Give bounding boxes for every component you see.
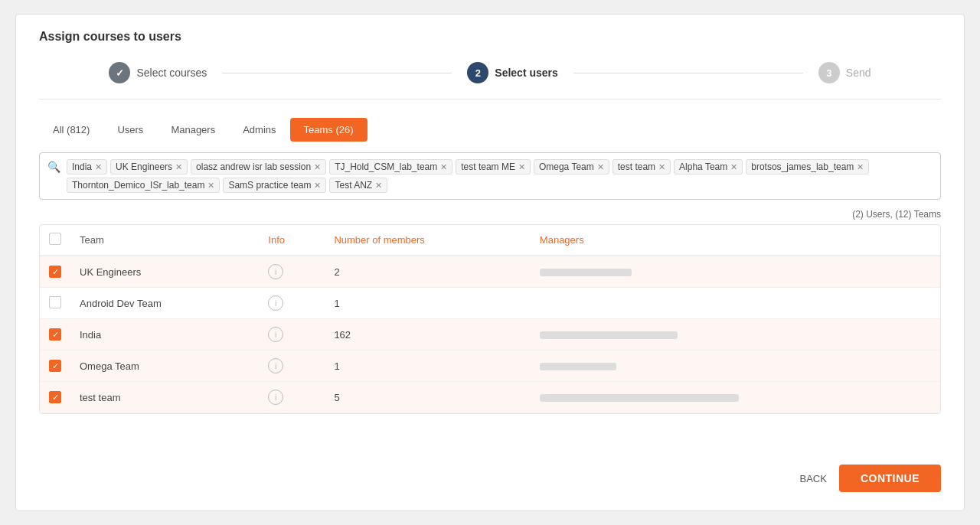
page-title: Assign courses to users xyxy=(39,30,941,44)
header-members: Number of members xyxy=(325,225,530,256)
back-button[interactable]: BACK xyxy=(799,473,826,484)
info-android-dev: i xyxy=(259,288,325,319)
team-name-android-dev: Android Dev Team xyxy=(70,288,259,319)
tab-admins[interactable]: Admins xyxy=(229,118,289,142)
table-row: UK Engineers i 2 xyxy=(40,256,940,288)
table-header-row: Team Info Number of members Managers xyxy=(40,225,940,256)
row-checkbox-india[interactable] xyxy=(49,328,61,341)
header-managers: Managers xyxy=(531,225,940,256)
tag-omega-team: Omega Team ✕ xyxy=(534,159,609,174)
tag-brotsos-remove[interactable]: ✕ xyxy=(857,162,864,172)
step-circle-courses: ✓ xyxy=(109,62,130,83)
tag-test-anz: Test ANZ ✕ xyxy=(329,178,387,193)
managers-blurred-test-team xyxy=(540,394,739,402)
tag-test-team-remove[interactable]: ✕ xyxy=(658,162,665,172)
info-icon-omega-team[interactable]: i xyxy=(268,358,283,373)
tag-alpha-team: Alpha Team ✕ xyxy=(674,159,743,174)
filter-bar: 🔍 India ✕ UK Engineers ✕ olasz andrew is… xyxy=(39,152,941,200)
step-line-2 xyxy=(573,73,803,73)
tag-sams: SamS practice team ✕ xyxy=(223,178,326,193)
tag-omega-team-remove[interactable]: ✕ xyxy=(597,162,604,172)
members-uk-engineers: 2 xyxy=(325,256,530,288)
summary-row: (2) Users, (12) Teams xyxy=(39,209,941,220)
row-checkbox-test-team[interactable] xyxy=(49,391,61,403)
members-android-dev: 1 xyxy=(325,288,530,319)
info-india: i xyxy=(259,319,325,351)
team-name-uk-engineers: UK Engineers xyxy=(70,256,259,288)
managers-uk-engineers xyxy=(531,256,940,288)
continue-button[interactable]: CONTINUE xyxy=(839,465,941,492)
table-row: Android Dev Team i 1 xyxy=(40,288,940,319)
managers-blurred-omega xyxy=(540,363,616,370)
teams-table: Team Info Number of members Managers UK … xyxy=(40,225,940,413)
info-uk-engineers: i xyxy=(259,256,325,288)
step-circle-send: 3 xyxy=(818,62,840,83)
tag-uk-engineers: UK Engineers ✕ xyxy=(110,159,188,174)
row-checkbox-cell xyxy=(40,288,70,319)
tag-sams-remove[interactable]: ✕ xyxy=(314,181,321,191)
step-circle-users: 2 xyxy=(467,62,488,83)
row-checkbox-android-dev[interactable] xyxy=(49,296,61,308)
step-send: 3 Send xyxy=(818,62,871,83)
managers-android-dev xyxy=(531,288,940,319)
table-row: India i 162 xyxy=(40,319,940,351)
tab-managers[interactable]: Managers xyxy=(157,118,229,142)
info-icon-test-team[interactable]: i xyxy=(268,390,283,405)
row-checkbox-cell xyxy=(40,256,70,288)
tag-tj-hold: TJ_Hold_CSM_lab_team ✕ xyxy=(329,159,452,174)
tags-wrap: India ✕ UK Engineers ✕ olasz andrew isr … xyxy=(67,159,933,193)
row-checkbox-uk-engineers[interactable] xyxy=(49,266,61,278)
info-omega-team: i xyxy=(259,351,325,382)
members-india: 162 xyxy=(325,319,530,351)
tag-thornton-remove[interactable]: ✕ xyxy=(207,181,214,191)
members-omega-team: 1 xyxy=(325,351,530,382)
tag-uk-engineers-remove[interactable]: ✕ xyxy=(175,162,182,172)
tab-users[interactable]: Users xyxy=(103,118,157,142)
tag-india: India ✕ xyxy=(67,159,107,174)
tag-alpha-team-remove[interactable]: ✕ xyxy=(730,162,737,172)
select-all-checkbox[interactable] xyxy=(49,233,61,245)
summary-text: (2) Users, (12) Teams xyxy=(852,209,941,220)
step-label-send: Send xyxy=(846,67,871,79)
info-icon-android-dev[interactable]: i xyxy=(268,295,283,311)
tag-test-team-me-remove[interactable]: ✕ xyxy=(518,162,525,172)
tag-brotsos: brotsos_james_lab_team ✕ xyxy=(746,159,869,174)
stepper: ✓ Select courses 2 Select users 3 Send xyxy=(39,62,941,99)
tab-all[interactable]: All (812) xyxy=(39,118,103,142)
header-checkbox-cell xyxy=(40,225,70,256)
tag-olasz: olasz andrew isr lab session ✕ xyxy=(191,159,326,174)
table-wrapper[interactable]: Team Info Number of members Managers UK … xyxy=(39,224,941,414)
tag-olasz-remove[interactable]: ✕ xyxy=(314,162,321,172)
step-line-1 xyxy=(222,73,452,73)
info-icon-uk-engineers[interactable]: i xyxy=(268,264,283,279)
tag-test-anz-remove[interactable]: ✕ xyxy=(375,181,382,191)
info-test-team: i xyxy=(259,382,325,413)
tag-tj-hold-remove[interactable]: ✕ xyxy=(440,162,447,172)
table-row: Omega Team i 1 xyxy=(40,351,940,382)
step-select-courses: ✓ Select courses xyxy=(109,62,207,83)
managers-india xyxy=(531,319,940,351)
team-name-omega-team: Omega Team xyxy=(70,351,259,382)
team-name-test-team: test team xyxy=(70,382,259,413)
row-checkbox-cell xyxy=(40,382,70,413)
tag-test-team-me: test team ME ✕ xyxy=(456,159,531,174)
members-test-team: 5 xyxy=(325,382,530,413)
main-container: Assign courses to users ✓ Select courses… xyxy=(15,14,965,511)
managers-blurred-india xyxy=(540,331,678,339)
managers-test-team xyxy=(531,382,940,413)
tag-thornton: Thornton_Demico_ISr_lab_team ✕ xyxy=(67,178,220,193)
header-team: Team xyxy=(70,225,259,256)
managers-blurred-uk-engineers xyxy=(540,269,632,276)
footer-row: BACK CONTINUE xyxy=(799,465,941,492)
team-name-india: India xyxy=(70,319,259,351)
row-checkbox-omega-team[interactable] xyxy=(49,360,61,372)
header-info: Info xyxy=(259,225,325,256)
row-checkbox-cell xyxy=(40,319,70,351)
managers-omega-team xyxy=(531,351,940,382)
tag-india-remove[interactable]: ✕ xyxy=(95,162,102,172)
tab-teams[interactable]: Teams (26) xyxy=(290,118,368,142)
tabs-row: All (812) Users Managers Admins Teams (2… xyxy=(39,118,941,142)
info-icon-india[interactable]: i xyxy=(268,327,283,342)
row-checkbox-cell xyxy=(40,351,70,382)
search-icon: 🔍 xyxy=(47,159,60,173)
